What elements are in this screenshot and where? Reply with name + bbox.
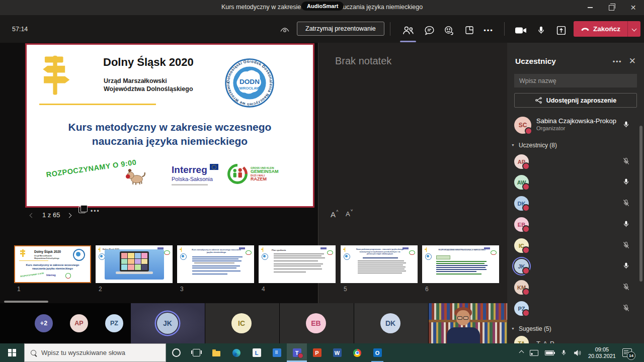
participant-search-input[interactable] [514, 74, 637, 87]
share-screen-button[interactable] [553, 24, 569, 36]
cortana-button[interactable] [166, 343, 186, 362]
next-slide-button[interactable] [67, 210, 71, 219]
mic-muted-icon[interactable] [622, 304, 630, 314]
l-app-button[interactable]: L [247, 343, 267, 362]
strip-avatar-ap[interactable]: AP [70, 314, 88, 332]
mic-muted-icon[interactable] [622, 157, 630, 167]
breakout-rooms-button[interactable] [462, 24, 477, 36]
attendees-section-header[interactable]: ▼Uczestnicy (8) [511, 142, 557, 149]
tray-mic-icon[interactable] [560, 349, 567, 356]
interreg-logo: Interreg Polska-Saksonia [172, 164, 218, 186]
slide-course-title: Kurs metodyczny w zakresie wczesnego nau… [27, 120, 313, 148]
svg-text:DODN: DODN [239, 78, 260, 85]
hangup-icon [581, 27, 590, 31]
mic-muted-icon[interactable] [622, 283, 630, 293]
panel-close-button[interactable]: ✕ [629, 56, 636, 66]
slide-more-button[interactable]: ••• [91, 208, 100, 215]
more-actions-button[interactable]: ••• [481, 24, 496, 36]
thumbnail-number: 4 [262, 286, 265, 293]
participants-toggle-button[interactable] [400, 24, 416, 36]
mini-highlight-box [436, 255, 450, 259]
slide-thumbnail-1[interactable]: Dolny Śląsk 2020 Urząd MarszałkowskiWoje… [14, 245, 91, 283]
end-call-button[interactable]: Zakończ [574, 21, 627, 37]
avatar: PZ [514, 301, 529, 316]
taskbar-clock[interactable]: 09:05 20.03.2021 [588, 346, 616, 359]
tile-avatar-jk: JK [157, 313, 178, 334]
participant-row[interactable]: IC [507, 235, 644, 256]
file-explorer-button[interactable] [206, 343, 226, 362]
volume-icon[interactable] [574, 349, 582, 356]
clipped-suggestion-name: T A P [536, 340, 602, 343]
close-button[interactable]: ✕ [622, 0, 644, 15]
end-call-options-button[interactable] [627, 21, 640, 37]
video-tile-eb[interactable]: EB [280, 303, 354, 343]
cast-display-icon[interactable] [530, 350, 538, 356]
start-button[interactable] [0, 343, 24, 362]
mic-on-icon[interactable] [622, 220, 630, 230]
suggestion-row-clipped[interactable]: TA T A P [507, 335, 644, 343]
font-increase-button[interactable]: A˄ [331, 210, 338, 219]
outlook-button[interactable]: O [367, 343, 387, 362]
slide-thumbnail-5[interactable]: Nowa podstawa programowa – nauczanie jęz… [341, 245, 418, 283]
chevron-down-icon [632, 27, 637, 32]
mic-on-icon[interactable] [622, 121, 630, 130]
action-center-button[interactable]: 14 [622, 348, 632, 357]
participant-row-organizer[interactable]: SC Sabina Czajkowska-Prokop Organizator [507, 115, 644, 135]
reactions-button[interactable] [442, 24, 457, 36]
powerpoint-button[interactable]: P [307, 343, 327, 362]
video-tile-dk[interactable]: DK [354, 303, 428, 343]
video-tile-jk[interactable]: JK [131, 303, 205, 343]
teams-taskbar-button[interactable]: T [287, 343, 307, 362]
suggestions-section-header[interactable]: ▼Sugestie (5) [511, 325, 551, 332]
webcam-video-tile[interactable] [429, 303, 507, 343]
chat-button[interactable] [422, 24, 437, 36]
participant-row[interactable]: EB [507, 214, 644, 235]
participant-row[interactable]: AW [507, 172, 644, 193]
minimize-button[interactable] [579, 0, 601, 15]
panel-scrollbar[interactable] [639, 126, 642, 282]
strip-avatar-pz[interactable]: PZ [105, 314, 123, 332]
overflow-participants-badge[interactable]: +2 [35, 314, 53, 332]
share-invite-button[interactable]: Udostępnij zaproszenie [514, 93, 637, 108]
slide-office-name: Urząd Marszałkowski Województwa Dolnoślą… [104, 77, 193, 93]
font-decrease-button[interactable]: A˅ [346, 210, 352, 218]
current-slide: Dolny Śląsk 2020 Urząd Marszałkowski Woj… [25, 43, 314, 208]
presence-busy-dot [525, 127, 532, 135]
panel-more-button[interactable]: ••• [613, 58, 622, 65]
meeting-timer: 57:14 [12, 26, 28, 33]
participant-row-speaking[interactable]: JK [507, 256, 644, 277]
participant-row[interactable]: AP [507, 151, 644, 172]
slide-thumbnail-2[interactable]: Dolny Śląsk 2020 [96, 245, 173, 283]
restore-button[interactable] [601, 0, 622, 15]
chevron-collapse-icon: ▼ [511, 327, 515, 330]
tray-expand-chevron[interactable] [520, 351, 523, 354]
video-tile-ic[interactable]: IC [205, 303, 279, 343]
taskbar-search[interactable]: Wpisz tu wyszukiwane słowa [24, 343, 166, 362]
stop-presenting-button[interactable]: Zatrzymaj prezentowanie [297, 22, 384, 36]
participant-row[interactable]: DK [507, 193, 644, 214]
audiosmart-badge: AudioSmart [301, 2, 344, 11]
filmstrip-scrollbar[interactable] [4, 301, 48, 303]
slide-grid-button[interactable] [78, 206, 86, 213]
battery-icon[interactable] [545, 350, 554, 355]
mic-on-icon[interactable] [622, 262, 630, 272]
slide-thumbnail-4[interactable]: Plan spotkania [259, 245, 336, 283]
slide-thumbnail-3[interactable]: Kurs metodyczny w zakresie wczesnego nau… [177, 245, 254, 283]
camera-button[interactable] [513, 24, 528, 36]
task-view-button[interactable] [186, 343, 206, 362]
previous-slide-button[interactable] [30, 210, 34, 219]
microphone-button[interactable] [533, 24, 548, 36]
calculator-button[interactable]: ⠿ [267, 343, 287, 362]
word-button[interactable]: W [327, 343, 347, 362]
edge-button[interactable] [226, 343, 247, 362]
participant-row[interactable]: PZ [507, 298, 644, 319]
mic-on-icon[interactable] [622, 178, 630, 188]
participant-row[interactable]: KM [507, 277, 644, 298]
chrome-button[interactable] [347, 343, 367, 362]
mic-muted-icon[interactable] [622, 199, 630, 209]
avatar: EB [514, 217, 529, 232]
mic-muted-icon[interactable] [622, 241, 630, 251]
preview-eye-icon[interactable] [280, 26, 290, 35]
slide-thumbnail-6[interactable]: ROZPORZĄDZENIE MINISTRA EDUKACJI NARODOW… [422, 245, 499, 283]
teams-icon: T [293, 348, 301, 357]
